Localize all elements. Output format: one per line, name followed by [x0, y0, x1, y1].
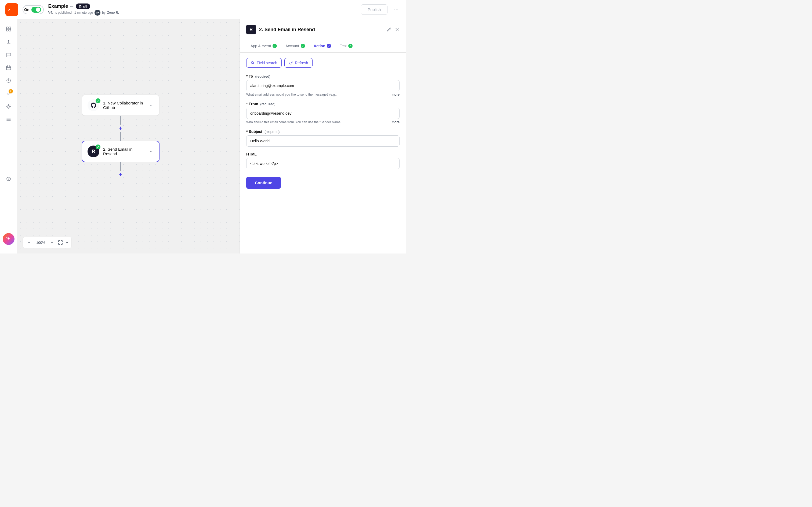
header: Z On Example ✏ Draft V4. is published · …: [0, 0, 406, 19]
connector-2: [120, 132, 121, 141]
tab-action[interactable]: Action ✓: [309, 40, 336, 52]
expand-button[interactable]: [58, 240, 63, 245]
subject-field-group: * Subject (required): [246, 129, 400, 147]
workflow-nodes: ✓ 1. New Collaborator in Github ··· + R …: [81, 95, 160, 178]
sidebar: 1: [0, 19, 17, 253]
connector-1: [120, 116, 121, 125]
tab-app-event[interactable]: App & event ✓: [246, 40, 281, 52]
sidebar-item-history[interactable]: [3, 75, 14, 86]
sidebar-item-comments[interactable]: [3, 49, 14, 60]
node1-more-button[interactable]: ···: [150, 103, 154, 108]
svg-rect-1: [6, 27, 8, 29]
panel-close-button[interactable]: [395, 27, 400, 32]
node1-title: 1. New Collaborator in Github: [103, 101, 147, 110]
field-search-icon: [251, 61, 254, 65]
to-input[interactable]: [246, 80, 400, 91]
node1-check: ✓: [96, 98, 101, 103]
html-label: HTML: [246, 152, 400, 156]
chevron-up-button[interactable]: [65, 241, 69, 244]
action-buttons-row: Field search Refresh: [246, 58, 400, 68]
right-panel: R 2. Send Email in Resend App & even: [239, 19, 406, 253]
resend-icon: R ✓: [88, 146, 99, 157]
from-field-group: * From (required) Who should this email …: [246, 102, 400, 124]
to-label: * To (required): [246, 74, 400, 78]
tab-test[interactable]: Test ✓: [335, 40, 357, 52]
ai-button[interactable]: [3, 233, 14, 245]
app-event-check: ✓: [273, 44, 277, 48]
node2-title: 2. Send Email in Resend: [103, 147, 147, 156]
sidebar-item-schedule[interactable]: [3, 62, 14, 73]
sidebar-item-layers[interactable]: [3, 114, 14, 125]
zapier-logo: Z: [5, 3, 18, 16]
connector-3: [120, 162, 121, 171]
svg-point-9: [8, 180, 9, 180]
node2-check: ✓: [96, 145, 101, 149]
add-step-button-2[interactable]: +: [117, 171, 124, 178]
canvas[interactable]: ✓ 1. New Collaborator in Github ··· + R …: [17, 19, 239, 253]
from-label: * From (required): [246, 102, 400, 106]
panel-header: R 2. Send Email in Resend: [240, 19, 406, 40]
panel-icon: R: [246, 25, 256, 35]
workflow-meta: V4. is published · 1 minute ago ZR by Ze…: [48, 10, 119, 15]
svg-rect-3: [6, 29, 8, 31]
zoom-in-button[interactable]: +: [48, 239, 56, 246]
field-search-button[interactable]: Field search: [246, 58, 282, 68]
on-toggle[interactable]: On: [22, 5, 44, 14]
workflow-info: Example ✏ Draft V4. is published · 1 min…: [48, 3, 119, 15]
node-github[interactable]: ✓ 1. New Collaborator in Github ···: [81, 95, 160, 116]
sidebar-item-tasks[interactable]: 1: [3, 88, 14, 99]
refresh-button[interactable]: Refresh: [284, 58, 312, 68]
svg-rect-5: [6, 66, 11, 70]
toggle-switch[interactable]: [32, 7, 41, 13]
continue-button[interactable]: Continue: [246, 177, 281, 189]
panel-content: Field search Refresh * To (required) Wha: [240, 53, 406, 253]
workflow-title: Example: [48, 3, 68, 9]
sidebar-item-components[interactable]: [3, 23, 14, 35]
html-input[interactable]: [246, 158, 400, 169]
action-check: ✓: [327, 44, 331, 48]
test-check: ✓: [348, 44, 353, 48]
to-hint-more[interactable]: more: [392, 93, 400, 97]
subject-label: * Subject (required): [246, 129, 400, 134]
from-hint-more[interactable]: more: [392, 120, 400, 124]
tasks-badge: 1: [9, 89, 13, 94]
main-layout: 1: [0, 19, 406, 253]
sidebar-item-upload[interactable]: [3, 37, 14, 47]
subject-input[interactable]: [246, 135, 400, 147]
sidebar-item-help[interactable]: [3, 173, 14, 184]
panel-title: 2. Send Email in Resend: [259, 27, 384, 33]
edit-title-icon[interactable]: ✏: [70, 4, 73, 9]
tab-account[interactable]: Account ✓: [281, 40, 309, 52]
account-check: ✓: [301, 44, 305, 48]
node-resend[interactable]: R ✓ 2. Send Email in Resend ···: [81, 141, 160, 162]
more-options-button[interactable]: ···: [392, 4, 401, 15]
toggle-label: On: [24, 7, 29, 12]
svg-point-7: [8, 106, 9, 107]
svg-text:Z: Z: [8, 8, 10, 12]
add-step-button-1[interactable]: +: [117, 125, 124, 132]
tabs: App & event ✓ Account ✓ Action ✓ Test ✓: [240, 40, 406, 53]
from-input[interactable]: [246, 108, 400, 119]
author-avatar: ZR: [95, 10, 101, 15]
panel-edit-button[interactable]: [387, 27, 392, 32]
zoom-out-button[interactable]: −: [25, 239, 33, 246]
svg-rect-2: [9, 27, 11, 29]
canvas-controls: − 100% +: [22, 237, 72, 248]
version-link[interactable]: V4.: [48, 11, 53, 14]
draft-badge: Draft: [76, 3, 90, 9]
refresh-icon: [289, 61, 293, 65]
zoom-level: 100%: [35, 241, 46, 245]
sidebar-item-settings[interactable]: [3, 101, 14, 112]
node2-more-button[interactable]: ···: [150, 149, 154, 154]
from-hint: Who should this email come from. You can…: [246, 120, 400, 124]
to-hint: What email address would you like to sen…: [246, 93, 400, 97]
svg-rect-4: [9, 29, 11, 31]
publish-button[interactable]: Publish: [361, 4, 388, 15]
github-icon: ✓: [88, 99, 99, 111]
html-field-group: HTML: [246, 152, 400, 169]
to-field-group: * To (required) What email address would…: [246, 74, 400, 97]
